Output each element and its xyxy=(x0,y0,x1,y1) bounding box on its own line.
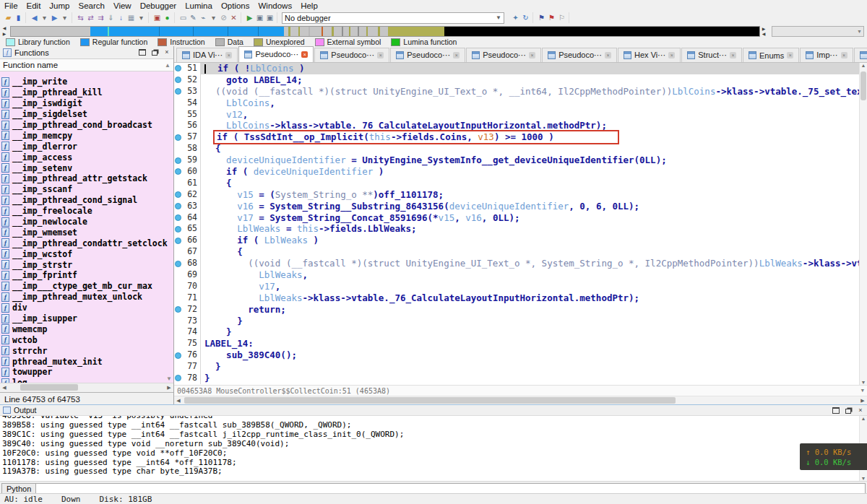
function-list-item[interactable]: flog xyxy=(0,378,173,383)
code-line[interactable]: 66 if ( LblWeaks ) xyxy=(174,235,867,246)
line-gutter[interactable]: 73 xyxy=(174,316,201,327)
function-list-item[interactable]: f__imp_strstr xyxy=(0,259,173,270)
scroll-right-icon[interactable]: ▶ xyxy=(858,396,867,404)
code-line[interactable]: 78} xyxy=(174,373,867,384)
float-icon[interactable] xyxy=(152,51,158,56)
jump-next-icon[interactable]: ⇄ xyxy=(86,13,95,22)
scroll-right-icon[interactable]: ▶ xyxy=(165,383,173,391)
debug-pause-icon[interactable]: ▣ xyxy=(255,13,264,22)
breakpoint-dot[interactable] xyxy=(175,65,181,71)
flag-red-icon[interactable]: ⚑ xyxy=(547,13,556,22)
debugger-select[interactable]: No debugger▼ xyxy=(282,12,504,24)
band-scroll-arrows-right[interactable]: ▶◀ xyxy=(760,26,767,36)
tab-hexvi[interactable]: Hex Vi⋯× xyxy=(618,48,681,62)
line-gutter[interactable]: 53 xyxy=(174,86,201,97)
line-gutter[interactable]: 65 xyxy=(174,223,201,235)
scroll-down-icon[interactable]: ▼ xyxy=(860,380,867,385)
debug-stop-icon[interactable]: ▣ xyxy=(265,13,275,22)
breakpoint-dot[interactable] xyxy=(175,88,181,95)
functions-hscrollbar[interactable]: ◀ ▶ xyxy=(0,383,173,392)
breakpoint-dot[interactable] xyxy=(175,77,181,83)
line-gutter[interactable]: 71 xyxy=(174,292,201,304)
stop-analysis-icon[interactable]: ▣ xyxy=(152,13,162,22)
flag-white-icon[interactable]: ⚐ xyxy=(557,13,566,22)
line-gutter[interactable]: 61 xyxy=(174,178,201,189)
code-line[interactable]: 53 ((void (__fastcall *)(struct UnityEng… xyxy=(174,86,867,97)
code-line[interactable]: 76 sub_389C40(); xyxy=(174,349,867,361)
line-gutter[interactable]: 74 xyxy=(174,326,201,338)
function-list-item[interactable]: f__imp_iswdigit xyxy=(0,98,173,109)
code-line[interactable]: 63 v16 = System_String__Substring_864315… xyxy=(174,201,867,212)
back-menu-icon[interactable]: ▾ xyxy=(40,13,49,22)
line-gutter[interactable]: 69 xyxy=(174,269,201,281)
tab-struct[interactable]: Struct⋯× xyxy=(681,48,742,62)
code-line[interactable]: 60 if ( deviceUniqueIdentifier ) xyxy=(174,166,867,178)
menu-search[interactable]: Search xyxy=(74,1,108,11)
line-gutter[interactable]: 59 xyxy=(174,155,201,166)
function-list-item[interactable]: f__imp_memcpy xyxy=(0,130,173,141)
band-scroll-arrows[interactable]: ◀▶ xyxy=(1,25,8,36)
functions-list[interactable]: f__imp_writef__imp_pthread_killf__imp_is… xyxy=(0,71,173,383)
close-tab-icon[interactable]: × xyxy=(787,52,793,58)
code-line[interactable]: 67 { xyxy=(174,246,867,258)
function-list-item[interactable]: f__imp_access xyxy=(0,152,173,162)
function-list-item[interactable]: fwctob xyxy=(0,334,173,345)
pseudocode-view[interactable]: 51 if ( !LblCoins )52 goto LABEL_14;53 (… xyxy=(174,63,867,385)
analysis-state-icon[interactable]: ● xyxy=(163,13,172,22)
code-line[interactable]: 72 return; xyxy=(174,304,867,316)
close-tab-icon[interactable]: × xyxy=(301,51,308,58)
breakpoint-dot[interactable] xyxy=(175,375,181,381)
code-line[interactable]: 74 } xyxy=(174,326,867,338)
jump-address-icon[interactable]: ↓ xyxy=(116,13,126,22)
function-list-item[interactable]: f__imp_sigdelset xyxy=(0,109,173,120)
edit-icon[interactable]: ✎ xyxy=(189,13,198,22)
line-gutter[interactable]: 67 xyxy=(174,246,201,258)
code-line[interactable]: 52 goto LABEL_14; xyxy=(174,74,867,86)
close-tab-icon[interactable]: × xyxy=(605,52,611,58)
scrollbar-thumb[interactable] xyxy=(20,384,78,391)
scroll-left-icon[interactable]: ◀ xyxy=(174,396,183,404)
scroll-up-icon[interactable]: ▲ xyxy=(860,63,867,68)
function-list-item[interactable]: f__imp_newlocale xyxy=(0,217,173,227)
function-list-item[interactable]: f__imp_wmemset xyxy=(0,227,173,238)
menu-options[interactable]: Options xyxy=(217,1,254,11)
line-gutter[interactable]: 57 xyxy=(174,131,201,143)
breakpoint-dot[interactable] xyxy=(175,261,181,267)
scroll-up-icon[interactable]: ▲ xyxy=(860,416,867,421)
breakpoint-dot[interactable] xyxy=(175,168,181,175)
code-line[interactable]: 69 LblWeaks, xyxy=(174,269,867,281)
forward-menu-icon[interactable]: ▾ xyxy=(60,13,69,22)
code-line[interactable]: 57 if ( TssSdtInt__op_Implicit(this->fie… xyxy=(174,131,867,143)
line-gutter[interactable]: 68 xyxy=(174,258,201,269)
breakpoint-dot[interactable] xyxy=(175,157,181,164)
line-gutter[interactable]: 62 xyxy=(174,189,201,201)
function-list-item[interactable]: f__imp_freelocale xyxy=(0,206,173,217)
code-line[interactable]: 64 v17 = System_String__Concat_8591696(*… xyxy=(174,212,867,224)
open-file-icon[interactable]: ▰ xyxy=(4,13,13,22)
function-list-item[interactable]: fwmemcmp xyxy=(0,323,173,334)
function-list-item[interactable]: f__imp_pthread_kill xyxy=(0,87,173,98)
tab-pseudoco[interactable]: Pseudoco⋯× xyxy=(314,48,389,62)
line-gutter[interactable]: 78 xyxy=(174,373,201,384)
line-gutter[interactable]: 60 xyxy=(174,166,201,178)
code-line[interactable]: 55 v12, xyxy=(174,109,867,121)
edit-menu-icon[interactable]: ▾ xyxy=(209,13,218,22)
close-tab-icon[interactable]: × xyxy=(529,52,535,58)
code-line[interactable]: 73 } xyxy=(174,316,867,327)
scroll-down-icon[interactable]: ▼ xyxy=(861,388,864,394)
line-gutter[interactable]: 56 xyxy=(174,120,201,131)
scrollbar-thumb[interactable] xyxy=(184,397,676,404)
line-gutter[interactable]: 76 xyxy=(174,349,201,361)
function-list-item[interactable]: f__imp_write xyxy=(0,77,173,87)
breakpoint-dot[interactable] xyxy=(175,352,181,359)
scroll-left-icon[interactable]: ◀ xyxy=(0,383,9,391)
menu-help[interactable]: Help xyxy=(296,1,322,11)
functions-column-header[interactable]: Function name ▲ xyxy=(0,59,173,71)
line-gutter[interactable]: 52 xyxy=(174,74,201,86)
line-gutter[interactable]: 70 xyxy=(174,281,201,292)
maximize-icon[interactable] xyxy=(139,49,146,56)
link-icon[interactable]: ⊘ xyxy=(219,13,228,22)
close-tab-icon[interactable]: × xyxy=(225,52,232,58)
breakpoint-dot[interactable] xyxy=(175,238,181,244)
code-line[interactable]: 59 deviceUniqueIdentifier = UnityEngine_… xyxy=(174,155,867,166)
